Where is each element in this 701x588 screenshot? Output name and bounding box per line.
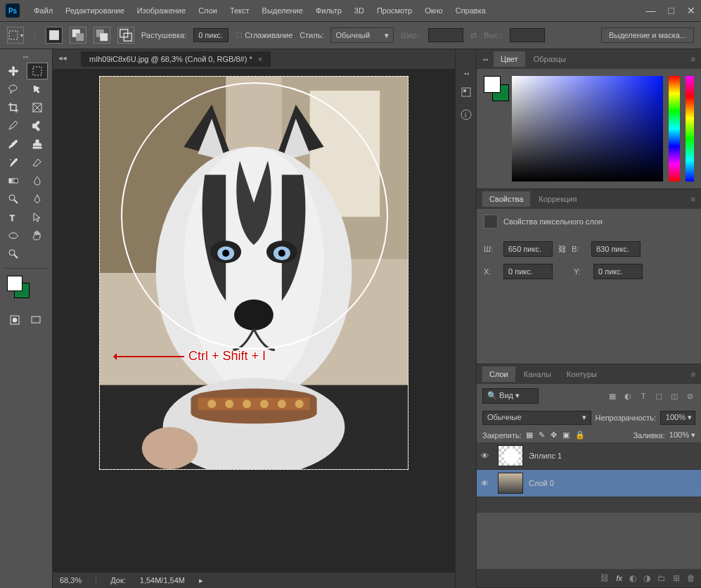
y-input[interactable] — [593, 264, 643, 279]
layer-filter-select[interactable]: 🔍 Вид ▾ — [482, 388, 539, 404]
menu-3d[interactable]: 3D — [349, 4, 370, 18]
lock-position-icon[interactable]: ✥ — [551, 430, 557, 440]
panel-menu-icon[interactable]: ≡ — [691, 370, 695, 378]
filter-adjust-icon[interactable]: ◐ — [622, 390, 634, 402]
panel-fg-swatch[interactable] — [484, 76, 501, 93]
x-input[interactable] — [503, 264, 553, 279]
width-input[interactable] — [503, 241, 553, 257]
layer-thumbnail[interactable] — [498, 445, 523, 466]
maximize-button[interactable]: □ — [669, 5, 674, 16]
tab-color[interactable]: Цвет — [494, 51, 525, 67]
eraser-tool[interactable] — [27, 154, 48, 171]
pen-tool[interactable] — [27, 191, 48, 207]
layer-row[interactable]: 👁 Слой 0 — [477, 470, 701, 497]
visibility-toggle-icon[interactable]: 👁 — [481, 479, 492, 487]
close-button[interactable]: ✕ — [687, 5, 695, 16]
menu-image[interactable]: Изображение — [131, 4, 191, 18]
delete-layer-icon[interactable]: 🗑 — [687, 573, 695, 583]
canvas-viewport[interactable]: Ctrl + Shift + I — [53, 69, 455, 573]
height-input[interactable] — [591, 241, 641, 257]
panel-menu-icon[interactable]: ≡ — [691, 195, 695, 203]
lock-pixels-icon[interactable]: ✎ — [539, 430, 545, 440]
panel-menu-icon[interactable]: ≡ — [691, 55, 695, 63]
opacity-input[interactable]: 100% ▾ — [660, 411, 695, 425]
minimize-button[interactable]: — — [646, 5, 656, 16]
status-arrow-icon[interactable]: ▸ — [199, 576, 203, 585]
hue-slider-2[interactable] — [686, 76, 694, 181]
document-tab[interactable]: mIh09iC8x6U.jpg @ 68,3% (Слой 0, RGB/8#)… — [81, 51, 271, 67]
select-and-mask-button[interactable]: Выделение и маска... — [601, 27, 694, 43]
lock-artboard-icon[interactable]: ▣ — [562, 430, 570, 440]
menu-layer[interactable]: Слои — [193, 4, 223, 18]
shape-tool[interactable] — [3, 227, 24, 244]
blend-mode-select[interactable]: Обычные ▾ — [482, 411, 591, 425]
lock-all-icon[interactable]: 🔒 — [575, 430, 585, 440]
feather-input[interactable]: 0 пикс. — [193, 28, 229, 42]
link-layers-icon[interactable]: ⛓ — [600, 573, 609, 583]
screen-mode-icon[interactable] — [27, 312, 45, 328]
healing-tool[interactable] — [27, 117, 48, 134]
blur-tool[interactable] — [27, 172, 48, 189]
subtract-selection-icon[interactable] — [94, 27, 110, 44]
style-select[interactable]: Обычный▾ — [330, 27, 394, 43]
brush-tool[interactable] — [3, 136, 24, 153]
eyedropper-tool[interactable] — [3, 117, 24, 134]
tab-layers[interactable]: Слои — [482, 366, 515, 382]
layer-row[interactable]: 👁 Эллипс 1 — [477, 442, 701, 470]
layer-mask-icon[interactable]: ◐ — [629, 573, 636, 583]
menu-view[interactable]: Просмотр — [371, 4, 418, 18]
tab-paths[interactable]: Контуры — [560, 366, 604, 382]
color-swatches[interactable] — [7, 276, 30, 298]
hand-tool[interactable] — [27, 227, 48, 244]
lasso-tool[interactable] — [3, 81, 24, 98]
new-group-icon[interactable]: 🗀 — [657, 573, 666, 583]
filter-smart-icon[interactable]: ◫ — [669, 390, 680, 402]
menu-type[interactable]: Текст — [224, 4, 255, 18]
menu-select[interactable]: Выделение — [257, 4, 309, 18]
path-select-tool[interactable] — [27, 209, 48, 226]
tab-channels[interactable]: Каналы — [517, 366, 558, 382]
new-layer-icon[interactable]: ⊞ — [673, 573, 680, 583]
foreground-color-swatch[interactable] — [7, 276, 22, 291]
intersect-selection-icon[interactable] — [117, 27, 134, 44]
crop-tool[interactable] — [3, 99, 24, 116]
hue-slider[interactable] — [669, 76, 680, 181]
layer-fx-icon[interactable]: fx — [616, 573, 622, 583]
panel-color-swatches[interactable] — [484, 76, 506, 98]
frame-tool[interactable] — [27, 99, 48, 116]
close-tab-icon[interactable]: × — [258, 55, 262, 63]
filter-toggle-icon[interactable]: ⊘ — [684, 390, 695, 402]
visibility-toggle-icon[interactable]: 👁 — [481, 452, 492, 460]
layer-name[interactable]: Слой 0 — [529, 479, 554, 487]
quick-select-tool[interactable] — [27, 81, 48, 98]
history-panel-icon[interactable] — [459, 85, 473, 99]
menu-filter[interactable]: Фильтр — [310, 4, 347, 18]
tab-properties[interactable]: Свойства — [482, 191, 530, 207]
move-tool[interactable] — [3, 63, 24, 79]
tab-swatches[interactable]: Образцы — [527, 51, 573, 67]
zoom-level[interactable]: 68,3% — [60, 576, 82, 584]
filter-pixel-icon[interactable]: ▦ — [607, 390, 618, 402]
layer-thumbnail[interactable] — [498, 473, 523, 494]
dodge-tool[interactable] — [3, 191, 24, 207]
filter-type-icon[interactable]: T — [638, 390, 649, 402]
stamp-tool[interactable] — [27, 136, 48, 153]
fill-input[interactable]: 100% ▾ — [669, 430, 695, 440]
info-panel-icon[interactable]: i — [459, 108, 473, 122]
new-selection-icon[interactable] — [46, 27, 63, 44]
active-tool-icon[interactable]: ▾ — [7, 27, 24, 44]
gradient-tool[interactable] — [3, 172, 24, 189]
collapse-icon[interactable]: ◂◂ — [58, 53, 67, 63]
menu-window[interactable]: Окно — [419, 4, 449, 18]
tab-adjustments[interactable]: Коррекция — [532, 191, 584, 207]
canvas[interactable]: Ctrl + Shift + I — [99, 76, 409, 470]
menu-edit[interactable]: Редактирование — [60, 4, 130, 18]
add-selection-icon[interactable] — [70, 27, 86, 44]
menu-help[interactable]: Справка — [450, 4, 491, 18]
type-tool[interactable]: T — [3, 209, 24, 226]
color-field[interactable] — [512, 76, 663, 181]
marquee-tool[interactable] — [27, 63, 48, 79]
zoom-tool[interactable] — [3, 245, 24, 262]
menu-file[interactable]: Файл — [28, 4, 58, 18]
link-wh-icon[interactable]: ⛓ — [558, 245, 566, 253]
